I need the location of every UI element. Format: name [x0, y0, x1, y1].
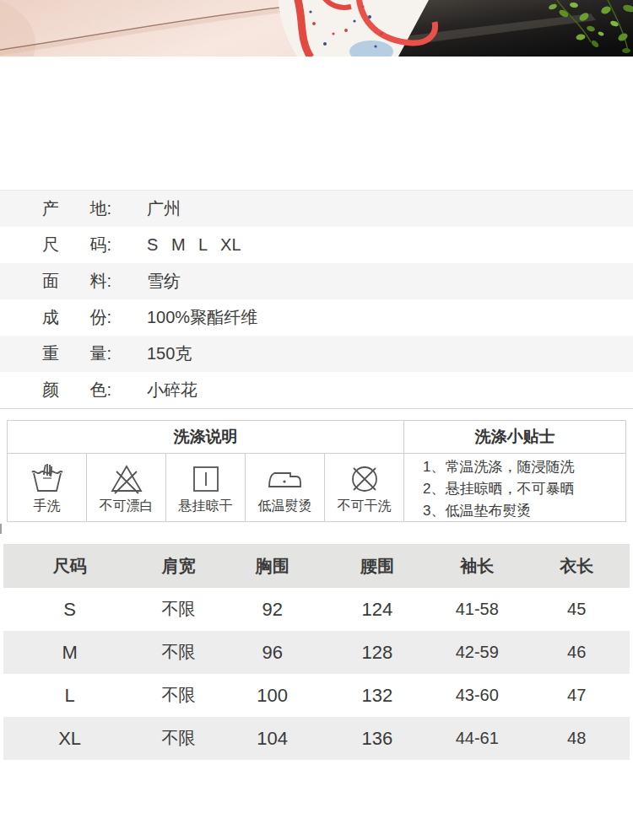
attribute-label: 面料: — [42, 263, 111, 299]
attribute-label: 成份: — [42, 299, 111, 336]
cell-waist: 132 — [324, 685, 430, 707]
attribute-label: 产地: — [42, 191, 111, 227]
size-chart-header-waist: 腰围 — [324, 555, 430, 578]
cell-waist: 124 — [324, 599, 430, 621]
attribute-row-composition: 成份: 100%聚酯纤维 — [0, 299, 633, 336]
attribute-row-weight: 重量: 150克 — [0, 336, 633, 372]
hand-wash-icon — [30, 460, 65, 495]
cell-sleeve: 42-59 — [430, 643, 524, 662]
attribute-value: 150克 — [147, 336, 192, 372]
cell-size: XL — [3, 728, 136, 750]
attribute-label: 尺码: — [42, 227, 111, 263]
care-tips-title: 洗涤小贴士 — [404, 421, 625, 453]
care-item-label: 手洗 — [34, 498, 61, 515]
care-item-label: 低温熨烫 — [258, 498, 312, 515]
size-chart-row-s: S 不限 92 124 41-58 45 — [3, 588, 630, 631]
care-table-header: 洗涤说明 洗涤小贴士 — [8, 421, 625, 454]
cell-sleeve: 43-60 — [430, 686, 524, 705]
size-chart-header-length: 衣长 — [524, 555, 630, 578]
cell-length: 46 — [524, 643, 630, 662]
size-chart-row-xl: XL 不限 104 136 44-61 48 — [3, 717, 630, 760]
cell-length: 47 — [524, 686, 630, 705]
attribute-value: 小碎花 — [147, 372, 197, 408]
cell-shoulder: 不限 — [136, 684, 220, 707]
cell-length: 48 — [524, 729, 630, 748]
cell-bust: 104 — [220, 728, 323, 750]
cell-sleeve: 44-61 — [430, 729, 524, 748]
care-tip: 1、常温洗涤，随浸随洗 — [423, 456, 625, 478]
care-item-low-temp-iron: 低温熨烫 — [246, 454, 325, 521]
size-chart-header-sleeve: 袖长 — [430, 555, 524, 578]
cell-size: M — [3, 642, 136, 664]
cell-waist: 136 — [324, 728, 430, 750]
no-bleach-icon — [109, 460, 144, 495]
care-item-hand-wash: 手洗 — [8, 454, 87, 521]
attribute-value: 100%聚酯纤维 — [147, 299, 257, 336]
attribute-value: 广州 — [147, 191, 181, 227]
cell-length: 45 — [524, 600, 630, 619]
care-instructions-title: 洗涤说明 — [8, 421, 404, 453]
care-item-label: 悬挂晾干 — [179, 498, 233, 515]
cell-bust: 96 — [220, 642, 323, 664]
size-chart-row-m: M 不限 96 128 42-59 46 — [3, 631, 630, 674]
product-photo-art — [0, 0, 633, 57]
cell-shoulder: 不限 — [136, 727, 220, 750]
cell-bust: 92 — [220, 599, 323, 621]
size-chart-header-row: 尺码 肩宽 胸围 腰围 袖长 衣长 — [3, 544, 630, 588]
low-temp-iron-icon — [267, 460, 304, 495]
hang-dry-icon — [188, 460, 224, 495]
care-item-hang-dry: 悬挂晾干 — [166, 454, 246, 521]
attribute-value: 雪纺 — [147, 263, 181, 299]
size-chart-header-bust: 胸围 — [220, 555, 323, 578]
product-attributes: 产地: 广州 尺码: S M L XL 面料: 雪纺 成份: 100%聚酯纤维 … — [0, 190, 633, 409]
size-chart-header-size: 尺码 — [3, 555, 136, 578]
attribute-row-color: 颜色: 小碎花 — [0, 372, 633, 408]
attribute-row-sizes: 尺码: S M L XL — [0, 227, 633, 263]
care-item-label: 不可漂白 — [100, 498, 154, 515]
cell-bust: 100 — [220, 685, 323, 707]
cell-shoulder: 不限 — [136, 641, 220, 664]
attribute-row-fabric: 面料: 雪纺 — [0, 263, 633, 299]
size-chart-header-shoulder: 肩宽 — [136, 555, 220, 578]
attribute-label: 颜色: — [42, 372, 111, 408]
page-edge-artifact — [0, 524, 2, 534]
attribute-label: 重量: — [42, 336, 111, 372]
attribute-row-origin: 产地: 广州 — [0, 191, 633, 227]
product-photo — [0, 0, 633, 57]
care-tip: 3、低温垫布熨烫 — [423, 500, 625, 522]
attribute-value: S M L XL — [147, 227, 241, 263]
no-dry-clean-icon — [347, 460, 382, 495]
care-tip: 2、悬挂晾晒，不可暴晒 — [423, 478, 625, 500]
cell-size: S — [3, 599, 136, 621]
care-item-no-dry-clean: 不可干洗 — [325, 454, 404, 521]
size-chart-table: 尺码 肩宽 胸围 腰围 袖长 衣长 S 不限 92 124 41-58 45 M… — [3, 544, 630, 760]
care-table-body: 手洗 不可漂白 悬挂晾干 — [8, 454, 625, 521]
cell-shoulder: 不限 — [136, 598, 220, 621]
care-item-label: 不可干洗 — [338, 498, 392, 515]
cell-size: L — [3, 685, 136, 707]
care-item-no-bleach: 不可漂白 — [87, 454, 166, 521]
size-chart-row-l: L 不限 100 132 43-60 47 — [3, 674, 630, 717]
care-table: 洗涤说明 洗涤小贴士 手洗 不可漂白 — [7, 420, 626, 522]
cell-waist: 128 — [324, 642, 430, 664]
cell-sleeve: 41-58 — [430, 600, 524, 619]
care-tips-list: 1、常温洗涤，随浸随洗 2、悬挂晾晒，不可暴晒 3、低温垫布熨烫 — [404, 454, 625, 521]
